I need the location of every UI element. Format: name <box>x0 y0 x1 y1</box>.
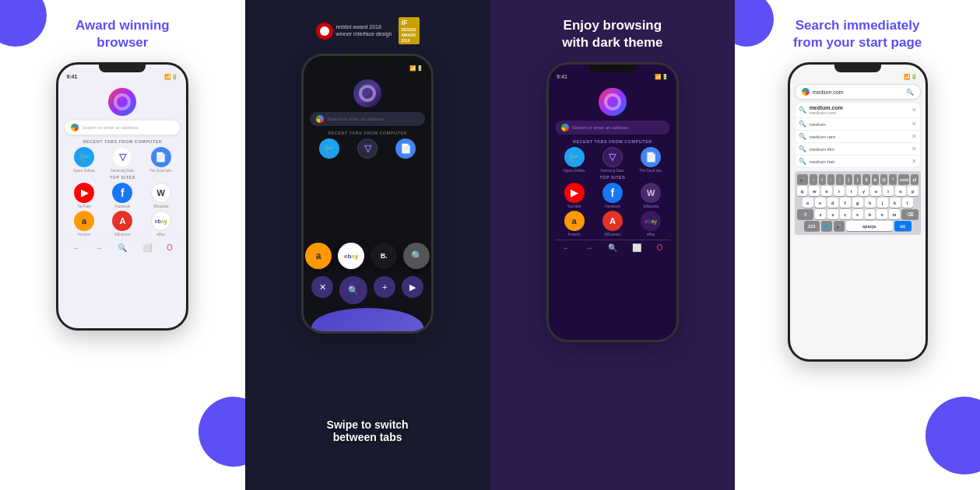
kb-g[interactable]: g <box>852 198 863 208</box>
list-item[interactable]: 🐦 Opera Softwa. <box>559 147 590 173</box>
kb-shift[interactable]: ⇧ <box>797 209 814 219</box>
suggestion-item-5[interactable]: 🔍 medium hair ✕ <box>796 156 920 167</box>
list-item[interactable]: 🐦 Opera Softwa. <box>68 147 100 173</box>
list-item[interactable]: f Facebook <box>107 183 138 208</box>
list-item[interactable]: ebay eBay <box>635 211 666 236</box>
kb-backspace[interactable]: ⌫ <box>901 209 919 219</box>
list-item[interactable]: ▽ <box>352 138 383 160</box>
kb-v[interactable]: v <box>852 209 863 219</box>
kb-close-paren-key[interactable]: ) <box>854 174 861 184</box>
kb-slash-key[interactable]: / <box>819 174 826 184</box>
kb-z[interactable]: z <box>815 209 826 219</box>
search-icon[interactable]: 🔍 <box>118 243 127 252</box>
opera-logo-2 <box>353 79 381 107</box>
kb-dash-key[interactable]: - <box>810 174 817 184</box>
kb-w[interactable]: w <box>809 186 820 196</box>
kb-t[interactable]: t <box>846 186 857 196</box>
forward-icon[interactable]: → <box>95 243 103 252</box>
kb-l[interactable]: l <box>902 198 913 208</box>
list-item[interactable]: ▽ Samsung Data. <box>107 147 138 173</box>
list-item[interactable]: ▽ Samsung Data. <box>597 147 628 173</box>
kb-p[interactable]: p <box>908 186 919 196</box>
kb-dollar-key[interactable]: $ <box>862 174 869 184</box>
kb-a[interactable]: a <box>803 198 813 208</box>
list-item[interactable]: 🐦 <box>314 138 345 160</box>
kb-y[interactable]: y <box>859 186 869 196</box>
gesture-icons: ✕ 🔍 + ▶ <box>311 276 423 304</box>
list-item[interactable]: 📄 The Good abo. <box>146 147 177 173</box>
kb-d[interactable]: d <box>827 198 838 208</box>
kb-com-key[interactable]: .com <box>898 174 910 184</box>
app-label: Facebook <box>114 205 130 208</box>
kb-f[interactable]: f <box>840 198 851 208</box>
kb-h[interactable]: h <box>865 198 876 208</box>
kb-e[interactable]: e <box>821 186 832 196</box>
panel-3-title: Enjoy browsing with dark theme <box>562 17 662 51</box>
kb-u[interactable]: u <box>870 186 881 196</box>
list-item[interactable]: ebay eBay <box>146 211 177 236</box>
search-bar-3[interactable]: Search or enter an address <box>555 121 670 135</box>
suggestion-item-3[interactable]: 🔍 medium rare ✕ <box>796 131 920 143</box>
list-item[interactable]: a Amazon <box>68 211 100 236</box>
back-icon[interactable]: ← <box>72 243 80 252</box>
blob-decoration-tl-4 <box>735 0 774 47</box>
kb-m[interactable]: m <box>889 209 900 219</box>
kb-x[interactable]: x <box>827 209 838 219</box>
search-bar-2[interactable]: Search or enter an address <box>310 112 425 126</box>
kb-semi-key[interactable]: ; <box>836 174 843 184</box>
tabs-icon[interactable]: ⬜ <box>142 243 152 252</box>
suggestion-item-4[interactable]: 🔍 medium film ✕ <box>796 143 920 156</box>
suggestion-sub-1: medium.com <box>810 110 912 115</box>
close-icon-3[interactable]: ✕ <box>912 133 917 140</box>
kb-colon-key[interactable]: : <box>827 174 834 184</box>
search-icon-3[interactable]: 🔍 <box>608 243 617 252</box>
kb-j[interactable]: j <box>877 198 888 208</box>
search-bar-p4[interactable]: medium.com 🔍 <box>795 84 921 100</box>
list-item[interactable]: A AliExpress <box>107 211 138 236</box>
suggestion-item-2[interactable]: 🔍 medium ✕ <box>796 118 920 131</box>
kb-123-key[interactable]: 123 <box>804 221 820 231</box>
kb-pl-key[interactable]: pl <box>911 174 918 184</box>
kb-space[interactable]: spacja <box>846 221 893 231</box>
kb-open-paren-key[interactable]: ( <box>845 174 852 184</box>
kb-return[interactable]: idź <box>894 221 912 231</box>
back-icon-3[interactable]: ← <box>562 243 570 252</box>
list-item[interactable]: 📄 The Good abo. <box>635 147 666 173</box>
kb-s[interactable]: s <box>815 198 826 208</box>
kb-quote-key[interactable]: " <box>889 174 896 184</box>
list-item[interactable]: 📄 <box>390 138 421 160</box>
opera-icon-3[interactable]: O <box>656 243 662 252</box>
phone-mockup-3: 9:41 📶🔋 Search or enter an address RECEN… <box>546 62 679 342</box>
opera-icon[interactable]: O <box>167 243 173 252</box>
tabs-icon-3[interactable]: ⬜ <box>632 243 641 252</box>
kb-mic-bottom[interactable]: 🎤 <box>834 221 845 231</box>
close-icon-5[interactable]: ✕ <box>912 158 917 165</box>
kb-k[interactable]: k <box>890 198 901 208</box>
list-item[interactable]: ▶ YouTube <box>68 183 100 208</box>
list-item[interactable]: W Wikipedia <box>635 183 666 208</box>
close-icon-2[interactable]: ✕ <box>912 121 917 128</box>
close-icon-1[interactable]: ✕ <box>912 107 917 114</box>
close-icon-4[interactable]: ✕ <box>912 145 917 152</box>
list-item[interactable]: W Wikipedia <box>146 183 177 208</box>
kb-b[interactable]: b <box>865 209 876 219</box>
kb-amp-key[interactable]: & <box>872 174 879 184</box>
kb-q[interactable]: q <box>797 186 808 196</box>
kb-r[interactable]: r <box>834 186 845 196</box>
suggestion-item-1[interactable]: 🔍 medium.com medium.com ✕ <box>796 103 920 118</box>
kb-at-key[interactable]: @ <box>880 174 887 184</box>
search-bar-1[interactable]: Search or enter an address <box>65 121 180 135</box>
search-bar-clear[interactable]: 🔍 <box>906 89 914 96</box>
list-item[interactable]: ▶ YouTube <box>559 183 590 208</box>
kb-n[interactable]: n <box>876 209 887 219</box>
list-item[interactable]: A AliExpress <box>597 211 628 236</box>
kb-c[interactable]: c <box>840 209 851 219</box>
twitter-icon-2: 🐦 <box>319 138 339 159</box>
kb-globe-key[interactable]: 🌐 <box>821 221 832 231</box>
kb-mic-key[interactable]: 🎤 <box>797 174 809 184</box>
list-item[interactable]: f Facebook <box>597 183 628 208</box>
forward-icon-3[interactable]: → <box>585 243 593 252</box>
list-item[interactable]: a Amazon <box>559 211 590 236</box>
kb-o[interactable]: o <box>895 186 906 196</box>
kb-i[interactable]: i <box>883 186 894 196</box>
